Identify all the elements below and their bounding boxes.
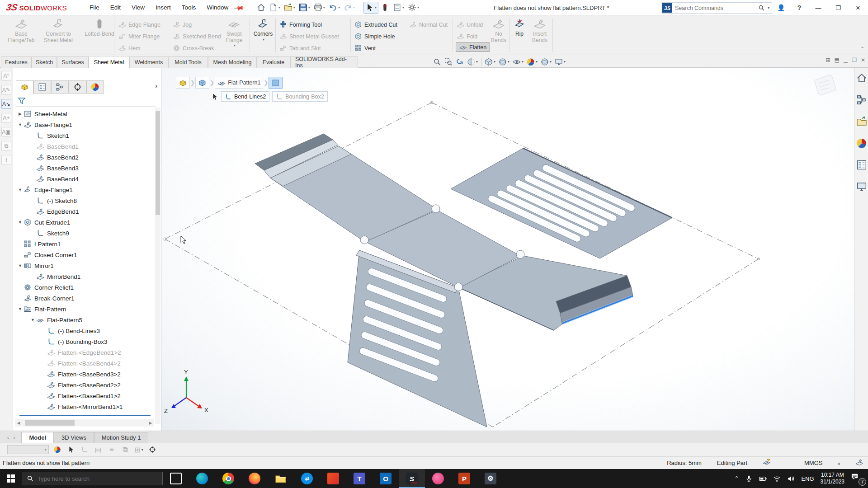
design-library-icon[interactable] [856, 94, 867, 105]
panel-flyout-chevron[interactable]: › [155, 82, 157, 89]
tree-item-basebend4[interactable]: BaseBend4 [13, 174, 156, 184]
menu-file[interactable]: File [84, 1, 105, 14]
tab-sheet-metal[interactable]: Sheet Metal [89, 56, 129, 68]
bend-lines-chip[interactable]: Bend-Lines2 [221, 91, 269, 102]
weld-symbol-icon[interactable]: ⌇ [1, 155, 11, 165]
file-explorer-icon[interactable] [268, 469, 294, 488]
tree-item-sketch8[interactable]: (-) Sketch8 [13, 195, 156, 206]
forming-tool-button[interactable]: Forming Tool [279, 20, 322, 29]
tab-scroll-arrows[interactable]: ‹ › [0, 435, 21, 443]
snap-settings-icon[interactable] [147, 445, 157, 454]
collapse-ribbon-icon[interactable]: ⌃ [861, 46, 864, 51]
wifi-icon[interactable] [773, 475, 781, 483]
tab-sketch[interactable]: Sketch [32, 56, 57, 68]
menu-insert[interactable]: Insert [150, 1, 176, 14]
home-button[interactable] [255, 2, 267, 14]
tab-solidworks-addins[interactable]: SOLIDWORKS Add-Ins [290, 56, 358, 68]
tab-features[interactable]: Features [1, 56, 32, 68]
tree-item-basebend2[interactable]: BaseBend2 [13, 152, 156, 163]
appearances-icon[interactable] [856, 138, 867, 149]
teamviewer-icon[interactable]: ⇄ [294, 469, 320, 488]
view-orientation-icon[interactable]: ▾ [485, 58, 495, 66]
rollback-bar[interactable] [19, 415, 151, 416]
file-explorer-icon[interactable] [856, 116, 867, 127]
breadcrumb-flat-pattern-chip[interactable]: Flat-Pattern1 [215, 77, 263, 89]
line-weight-icon[interactable]: ≡ [107, 445, 117, 454]
scroll-left-arrow[interactable]: ◀ [15, 421, 22, 425]
tree-item-sketch9[interactable]: Sketch9 [13, 228, 156, 239]
no-solve-icon[interactable] [66, 445, 76, 454]
apply-scene-icon[interactable]: ▾ [541, 58, 552, 66]
breadcrumb-part-chip[interactable] [176, 77, 190, 89]
tab-surfaces[interactable]: Surfaces [57, 56, 89, 68]
menu-tools[interactable]: Tools [176, 1, 202, 14]
tab-motion-study-1[interactable]: Motion Study 1 [94, 432, 149, 443]
tree-item-mirrorbend1[interactable]: MirrorBend1 [13, 271, 156, 282]
tree-item-mirror1[interactable]: ▼Mirror1 [13, 260, 156, 271]
powerpoint-icon[interactable]: P [451, 469, 477, 488]
tree-item-cut-extrude1[interactable]: ▼Cut-Extrude1 [13, 217, 156, 228]
note-edit-icon[interactable]: A✎ [1, 85, 11, 95]
sheet-metal-part[interactable] [255, 134, 672, 427]
sketch-entities-button[interactable]: ▾ [392, 2, 406, 14]
display-style-icon[interactable]: ▾ [499, 58, 509, 66]
section-view-icon[interactable]: ▾ [467, 58, 478, 66]
tab-model[interactable]: Model [21, 432, 54, 443]
forum-icon[interactable] [856, 181, 867, 192]
custom-properties-icon[interactable] [856, 160, 867, 170]
tree-item-flat-pattern[interactable]: ▼Flat-Pattern [13, 304, 156, 314]
breadcrumb-body-chip[interactable] [195, 77, 209, 89]
dimxpertmanager-tab[interactable] [69, 80, 86, 94]
tree-item-edge-flange1[interactable]: ▼Edge-Flange1 [13, 184, 156, 195]
layer-icon[interactable]: ⧉ [120, 445, 130, 454]
home-tab-icon[interactable] [856, 73, 867, 84]
auto-dimension-icon[interactable]: A↘ [1, 99, 11, 109]
edit-appearance-icon[interactable]: ▾ [527, 58, 538, 66]
tree-item-break-corner1[interactable]: Break-Corner1 [13, 293, 156, 304]
zoom-area-icon[interactable] [444, 58, 453, 66]
firefox-icon[interactable] [241, 469, 268, 488]
search-dropdown-caret[interactable]: ▾ [768, 6, 769, 10]
tree-item-basebend3[interactable]: BaseBend3 [13, 163, 156, 174]
tab-weldments[interactable]: Weldments [129, 56, 168, 68]
tree-item-flatten-mirrorbend1[interactable]: Flatten-<MirrorBend1>1 [13, 401, 156, 412]
corners-button[interactable]: Corners▾ [251, 18, 275, 42]
scroll-right-arrow[interactable]: ▶ [147, 421, 154, 425]
solidworks-taskbar-icon[interactable]: S2022 [399, 469, 425, 488]
units-caret-icon[interactable]: ▴ [838, 461, 840, 465]
appearance-button[interactable] [379, 2, 391, 14]
doc-minimize-icon[interactable]: ▁ [844, 57, 848, 63]
pane-top-icon[interactable]: ⬒ [835, 57, 840, 63]
grid-snap-icon[interactable]: ⊞▾ [134, 445, 144, 454]
sketch-scale-combo[interactable]: ▾ [7, 445, 49, 454]
tree-item-bounding-box3[interactable]: (-) Bounding-Box3 [13, 336, 156, 347]
tree-item-flatten-basebend2[interactable]: Flatten-<BaseBend2>2 [13, 380, 156, 390]
tree-item-flatten-basebend1[interactable]: Flatten-<BaseBend1>2 [13, 390, 156, 401]
doc-close-icon[interactable]: ✕ [861, 57, 865, 63]
scrollbar-thumb[interactable] [25, 420, 75, 426]
line-style-icon[interactable]: ▤ [93, 445, 103, 454]
tree-item-base-flange1[interactable]: ▼Base-Flange1 [13, 119, 156, 130]
select-tool-button[interactable]: ▾ [363, 2, 378, 14]
rip-button[interactable]: Rip [511, 18, 528, 38]
menu-window[interactable]: Window [201, 1, 234, 14]
note-add-icon[interactable]: A+ [1, 113, 11, 123]
annotation-copy-icon[interactable]: ⧉ [1, 141, 11, 151]
chrome-icon[interactable] [215, 469, 241, 488]
tab-3d-views[interactable]: 3D Views [54, 432, 94, 443]
displaymanager-tab[interactable] [86, 80, 104, 94]
featuremanager-tab[interactable] [16, 80, 33, 94]
sketch-color-icon[interactable] [52, 445, 62, 454]
taskbar-search[interactable] [23, 472, 163, 485]
undo-button[interactable]: ▾ [327, 2, 341, 14]
smart-dimension-icon[interactable]: A° [1, 71, 11, 81]
redo-button[interactable]: ▾ [342, 2, 356, 14]
search-icon[interactable] [758, 5, 765, 11]
teams-icon[interactable]: T [346, 469, 373, 488]
extruded-cut-button[interactable]: Extruded Cut [354, 20, 397, 29]
menu-edit[interactable]: Edit [105, 1, 126, 14]
maximize-button[interactable]: ❐ [828, 0, 848, 15]
tree-item-closed-corner1[interactable]: Closed Corner1 [13, 249, 156, 260]
tree-item-flatten-basebend3[interactable]: Flatten-<BaseBend3>2 [13, 369, 156, 380]
pin-menu-icon[interactable]: 📌 [234, 2, 245, 13]
